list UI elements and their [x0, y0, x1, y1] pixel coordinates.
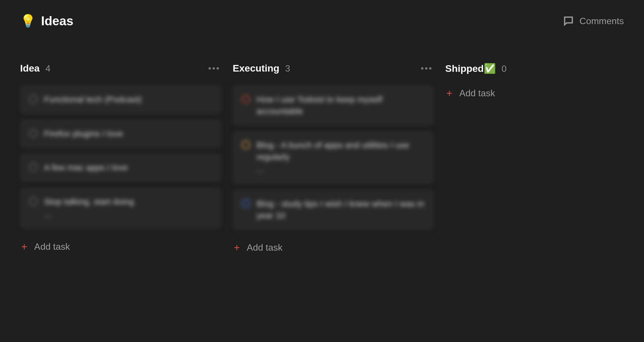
column-count: 3: [285, 63, 290, 74]
comments-label: Comments: [579, 16, 624, 26]
add-task-button[interactable]: + Add task: [20, 239, 221, 254]
column-header: Executing 3: [233, 63, 434, 74]
column-header: Idea 4: [20, 63, 221, 74]
task-card[interactable]: Firefox plugins I love: [20, 120, 221, 148]
kanban-board: Idea 4 Functional tech (Podcast) Firefox…: [0, 28, 644, 255]
task-title: Blog - A bunch of apps and utilities I u…: [257, 139, 425, 163]
task-title: Stop talking, start doing: [44, 196, 212, 208]
column-header: Shipped✅ 0: [445, 63, 644, 74]
task-checkbox[interactable]: [29, 163, 38, 172]
dot-icon: [425, 67, 427, 70]
task-card[interactable]: Blog - study tips I wish I knew when I w…: [233, 190, 434, 230]
column-title-wrap: Shipped✅ 0: [445, 63, 507, 74]
add-task-label: Add task: [34, 241, 70, 252]
plus-icon: +: [234, 243, 240, 253]
task-card[interactable]: Stop talking, start doing —: [20, 188, 221, 229]
task-meta: —: [44, 212, 212, 220]
task-checkbox[interactable]: [29, 95, 38, 103]
card-list: How I use Todoist to keep myself account…: [233, 85, 434, 230]
header-title-group: 💡 Ideas: [20, 14, 74, 28]
page-title: Ideas: [41, 14, 74, 28]
task-body: How I use Todoist to keep myself account…: [257, 94, 425, 117]
task-checkbox[interactable]: [29, 129, 38, 138]
column-title: Executing: [233, 63, 279, 74]
task-checkbox[interactable]: [242, 199, 250, 208]
task-meta: —: [257, 167, 425, 176]
task-checkbox[interactable]: [242, 95, 250, 103]
column-count: 4: [45, 63, 51, 74]
lightbulb-icon: 💡: [20, 15, 36, 27]
column-title: Shipped✅: [445, 63, 496, 74]
column-title: Idea: [20, 63, 40, 74]
task-body: Functional tech (Podcast): [44, 94, 212, 105]
dot-icon: [213, 67, 215, 70]
task-card[interactable]: Functional tech (Podcast): [20, 85, 221, 114]
comment-icon: [563, 15, 574, 27]
task-card[interactable]: A few mac apps I love: [20, 153, 221, 182]
task-title: A few mac apps I love: [44, 162, 212, 174]
task-title: Blog - study tips I wish I knew when I w…: [257, 198, 425, 221]
task-title: Firefox plugins I love: [44, 128, 212, 140]
task-body: Blog - A bunch of apps and utilities I u…: [257, 139, 425, 176]
task-checkbox[interactable]: [29, 197, 38, 206]
dot-icon: [421, 67, 423, 70]
task-checkbox[interactable]: [242, 141, 250, 149]
task-body: Stop talking, start doing —: [44, 196, 212, 221]
add-task-button[interactable]: + Add task: [445, 86, 644, 101]
add-task-button[interactable]: + Add task: [233, 240, 434, 255]
column-title-wrap: Idea 4: [20, 63, 51, 74]
task-body: Blog - study tips I wish I knew when I w…: [257, 198, 425, 221]
task-title: How I use Todoist to keep myself account…: [257, 94, 425, 117]
column-idea: Idea 4 Functional tech (Podcast) Firefox…: [20, 63, 221, 254]
page-header: 💡 Ideas Comments: [0, 0, 644, 28]
add-task-label: Add task: [459, 88, 495, 99]
task-card[interactable]: Blog - A bunch of apps and utilities I u…: [233, 131, 434, 184]
dot-icon: [209, 67, 211, 70]
column-title-wrap: Executing 3: [233, 63, 290, 74]
add-task-label: Add task: [247, 242, 283, 253]
card-list: Functional tech (Podcast) Firefox plugin…: [20, 85, 221, 229]
dot-icon: [429, 67, 431, 70]
column-executing: Executing 3 How I use Todoist to keep my…: [233, 63, 434, 255]
task-body: Firefox plugins I love: [44, 128, 212, 140]
column-more-button[interactable]: [206, 65, 221, 72]
comments-button[interactable]: Comments: [563, 15, 624, 27]
dot-icon: [217, 67, 219, 70]
plus-icon: +: [21, 242, 27, 252]
column-shipped: Shipped✅ 0 + Add task: [445, 63, 644, 101]
column-more-button[interactable]: [419, 65, 434, 72]
task-card[interactable]: How I use Todoist to keep myself account…: [233, 85, 434, 125]
plus-icon: +: [446, 88, 452, 99]
column-count: 0: [502, 64, 507, 74]
task-body: A few mac apps I love: [44, 162, 212, 174]
task-title: Functional tech (Podcast): [44, 94, 212, 105]
